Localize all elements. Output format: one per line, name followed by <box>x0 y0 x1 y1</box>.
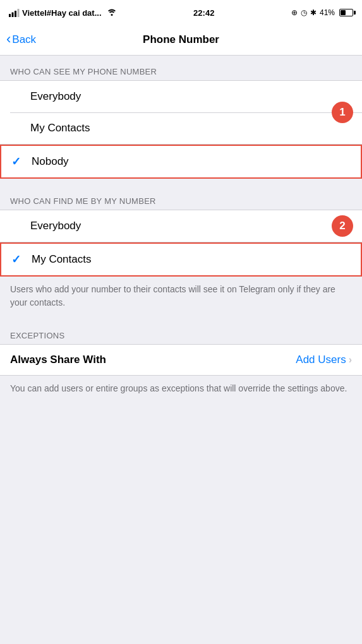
back-chevron-icon: ‹ <box>6 32 11 46</box>
chevron-right-icon: › <box>349 354 352 366</box>
back-label: Back <box>12 33 36 46</box>
option-everybody2-label: Everybody <box>30 220 352 232</box>
check-mycontacts2: ✓ <box>11 253 29 266</box>
option-everybody1-label: Everybody <box>30 90 352 103</box>
option-mycontacts2[interactable]: ✓ My Contacts <box>1 244 361 275</box>
status-icons: ⊕ ◷ ✱ 41% <box>291 8 353 17</box>
badge-1: 1 <box>332 102 353 123</box>
section1-options: ✓ Everybody ✓ My Contacts <box>0 80 362 145</box>
section1-header: WHO CAN SEE MY PHONE NUMBER <box>0 56 362 80</box>
carrier-text: Viettel#Hay cai dat... <box>22 8 102 18</box>
status-bar: Viettel#Hay cai dat... 22:42 ⊕ ◷ ✱ 41% <box>0 0 362 24</box>
option-mycontacts1[interactable]: ✓ My Contacts <box>0 112 362 144</box>
exceptions-header: EXCEPTIONS <box>0 319 362 344</box>
option-nobody-container: ✓ Nobody <box>0 145 362 179</box>
check-nobody: ✓ <box>11 155 29 169</box>
exceptions-description: You can add users or entire groups as ex… <box>0 376 362 405</box>
section2-description: Users who add your number to their conta… <box>0 277 362 319</box>
section2-everybody-group: ✓ Everybody 2 <box>0 210 362 242</box>
spacer1 <box>0 179 362 185</box>
status-time: 22:42 <box>193 8 214 18</box>
battery-icon <box>339 9 353 16</box>
section2-everybody-options: ✓ Everybody <box>0 210 362 242</box>
badge-2: 2 <box>332 215 353 237</box>
svg-rect-2 <box>15 11 16 17</box>
option-mycontacts2-container: ✓ My Contacts <box>0 242 362 277</box>
page-title: Phone Number <box>143 33 219 46</box>
svg-rect-1 <box>12 12 14 17</box>
back-button[interactable]: ‹ Back <box>6 33 36 46</box>
carrier-signal: Viettel#Hay cai dat... <box>9 8 117 18</box>
svg-rect-0 <box>9 14 11 17</box>
option-mycontacts2-label: My Contacts <box>32 253 351 266</box>
always-share-row[interactable]: Always Share With Add Users › <box>0 344 362 376</box>
alarm-icon: ◷ <box>301 8 307 17</box>
section2-header: WHO CAN FIND ME BY MY NUMBER <box>0 185 362 210</box>
option-nobody-label: Nobody <box>32 155 351 168</box>
option-nobody[interactable]: ✓ Nobody <box>1 146 361 177</box>
section1-options-group: ✓ Everybody ✓ My Contacts 1 <box>0 80 362 145</box>
nav-bar: ‹ Back Phone Number <box>0 24 362 56</box>
add-users-button[interactable]: Add Users › <box>296 354 352 366</box>
svg-rect-3 <box>18 9 20 17</box>
add-users-label: Add Users <box>296 354 346 366</box>
location-icon: ⊕ <box>291 8 298 17</box>
option-mycontacts1-label: My Contacts <box>30 122 352 134</box>
always-share-label: Always Share With <box>10 354 296 366</box>
battery-percent: 41% <box>320 8 335 17</box>
svg-point-4 <box>111 14 112 16</box>
bluetooth-icon: ✱ <box>310 8 317 17</box>
option-everybody2[interactable]: ✓ Everybody <box>0 210 362 242</box>
option-everybody1[interactable]: ✓ Everybody <box>0 81 362 112</box>
